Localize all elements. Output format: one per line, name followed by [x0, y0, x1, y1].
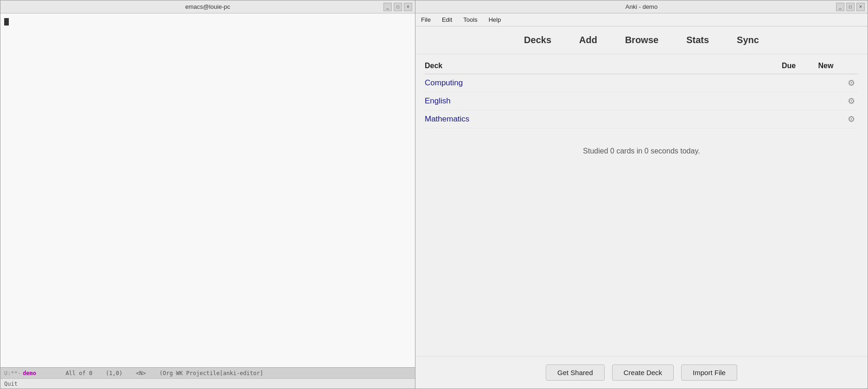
anki-footer: Get Shared Create Deck Import File	[415, 356, 868, 389]
gear-icon-computing[interactable]: ⚙	[844, 78, 858, 88]
anki-titlebar: Anki - demo _ □ ×	[415, 0, 868, 13]
anki-window: Anki - demo _ □ × File Edit Tools Help D…	[415, 0, 868, 389]
menu-help[interactable]: Help	[487, 15, 503, 24]
anki-toolbar: Decks Add Browse Stats Sync	[415, 26, 868, 54]
toolbar-stats[interactable]: Stats	[682, 33, 714, 47]
studied-text: Studied 0 cards in 0 seconds today.	[415, 147, 868, 155]
anki-menubar: File Edit Tools Help	[415, 13, 868, 26]
header-new: New	[807, 62, 844, 70]
anki-content: Deck Due New Computing ⚙ English	[415, 54, 868, 356]
anki-minimize-btn[interactable]: _	[836, 3, 844, 11]
deck-name-english[interactable]: English	[425, 96, 770, 106]
deck-name-computing[interactable]: Computing	[425, 78, 770, 88]
emacs-titlebar: emacs@louie-pc _ □ ×	[0, 0, 415, 13]
menu-tools[interactable]: Tools	[461, 15, 479, 24]
get-shared-button[interactable]: Get Shared	[546, 364, 605, 381]
anki-title: Anki - demo	[625, 3, 657, 10]
emacs-modeline: Quit	[0, 378, 415, 389]
deck-name-mathematics[interactable]: Mathematics	[425, 115, 770, 124]
emacs-window-controls: _ □ ×	[383, 3, 412, 11]
emacs-close-btn[interactable]: ×	[404, 3, 412, 11]
gear-icon-mathematics[interactable]: ⚙	[844, 114, 858, 124]
import-file-button[interactable]: Import File	[681, 364, 737, 381]
gear-icon-english[interactable]: ⚙	[844, 96, 858, 106]
emacs-title: emacs@louie-pc	[185, 3, 230, 10]
toolbar-browse[interactable]: Browse	[620, 33, 663, 47]
menu-file[interactable]: File	[419, 15, 433, 24]
emacs-minimize-btn[interactable]: _	[383, 3, 392, 11]
anki-maximize-btn[interactable]: □	[846, 3, 855, 11]
anki-window-controls: _ □ ×	[836, 3, 865, 11]
emacs-status-buffer: demo	[23, 370, 36, 376]
menu-edit[interactable]: Edit	[440, 15, 454, 24]
toolbar-decks[interactable]: Decks	[519, 33, 556, 47]
emacs-cursor	[4, 18, 9, 26]
header-due: Due	[770, 62, 807, 70]
toolbar-add[interactable]: Add	[574, 33, 602, 47]
deck-table-header: Deck Due New	[425, 54, 858, 74]
emacs-status-position: All of 0 (1,0) <N> (Org WK Projectile[an…	[45, 370, 263, 376]
header-deck: Deck	[425, 62, 770, 70]
create-deck-button[interactable]: Create Deck	[612, 364, 674, 381]
deck-row: Mathematics ⚙	[425, 110, 858, 128]
deck-rows: Computing ⚙ English ⚙ Mathematics	[425, 74, 858, 128]
emacs-statusbar: U:**- demo All of 0 (1,0) <N> (Org WK Pr…	[0, 367, 415, 378]
anki-close-btn[interactable]: ×	[856, 3, 865, 11]
toolbar-sync[interactable]: Sync	[732, 33, 764, 47]
deck-row: English ⚙	[425, 92, 858, 110]
emacs-quit-label: Quit	[4, 381, 18, 387]
deck-table: Deck Due New Computing ⚙ English	[415, 54, 868, 128]
emacs-window: emacs@louie-pc _ □ × U:**- demo All of 0…	[0, 0, 415, 389]
deck-row: Computing ⚙	[425, 74, 858, 92]
emacs-maximize-btn[interactable]: □	[394, 3, 402, 11]
emacs-content	[0, 13, 415, 367]
emacs-status-mode: U:**-	[4, 370, 21, 376]
